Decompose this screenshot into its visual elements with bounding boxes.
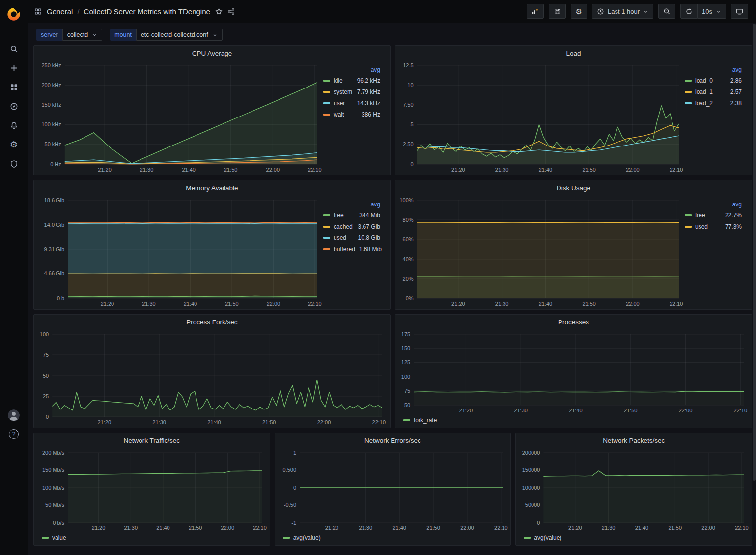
- dashboard-grid: CPU Average 0 Hz50 kHz100 kHz150 kHz200 …: [28, 45, 756, 550]
- variable-mount-value[interactable]: etc-collectd-collectd.conf: [136, 29, 223, 41]
- zoom-out-icon: [663, 8, 671, 15]
- disk-usage-plot[interactable]: 0%20%40%60%80%100%21:2021:3021:4021:5022…: [398, 195, 684, 308]
- user-avatar[interactable]: [8, 409, 20, 421]
- alerting-button[interactable]: [4, 117, 24, 134]
- panel-title[interactable]: Process Fork/sec: [34, 315, 390, 329]
- legend-item-load_1[interactable]: load_12.57: [685, 86, 742, 97]
- zoom-out-button[interactable]: [658, 4, 675, 19]
- cpu-average-legend: avgidle96.2 kHzsystem7.79 kHzuser14.3 kH…: [322, 60, 387, 174]
- question-icon: ?: [12, 431, 16, 438]
- cycle-view-mode-button[interactable]: [731, 4, 748, 19]
- create-button[interactable]: [4, 59, 24, 76]
- panel-title[interactable]: Network Packets/sec: [516, 433, 752, 448]
- y-axis-label: 0%: [406, 295, 414, 301]
- y-axis-label: 150: [401, 345, 410, 351]
- panel-title[interactable]: Network Errors/sec: [275, 433, 511, 448]
- x-axis-label: 22:00: [702, 525, 716, 531]
- cpu-average-chart[interactable]: 0 Hz50 kHz100 kHz150 kHz200 kHz250 kHz21…: [37, 60, 322, 174]
- series-name: free: [334, 212, 344, 219]
- scrollbar-thumb[interactable]: [753, 24, 756, 481]
- x-axis-label: 21:20: [325, 525, 338, 531]
- x-axis-label: 22:10: [494, 525, 508, 531]
- legend-item-wait[interactable]: wait386 Hz: [323, 109, 380, 120]
- legend-item-avg-value-[interactable]: avg(value): [283, 534, 321, 542]
- disk-usage-chart[interactable]: 0%20%40%60%80%100%21:2021:3021:4021:5022…: [398, 195, 684, 308]
- y-axis-label: 100%: [399, 197, 413, 203]
- network-traffic-sec-plot[interactable]: 0 b/s50 Mb/s100 Mb/s150 Mb/s200 Mb/s21:2…: [37, 448, 267, 532]
- panel-title[interactable]: CPU Average: [34, 46, 390, 60]
- process-fork-sec-plot[interactable]: 025507510021:2021:3021:4021:5022:0022:10: [37, 329, 387, 427]
- legend-item-free[interactable]: free22.7%: [685, 209, 742, 221]
- y-axis-label: 0: [537, 520, 540, 526]
- legend-item-value[interactable]: value: [42, 534, 66, 542]
- breadcrumb-folder[interactable]: General: [47, 7, 73, 16]
- refresh-button[interactable]: [680, 4, 698, 19]
- legend-item-load_2[interactable]: load_22.38: [685, 97, 742, 109]
- save-dashboard-button[interactable]: [549, 4, 566, 19]
- series-color-swatch: [685, 91, 692, 93]
- search-button[interactable]: [4, 40, 24, 57]
- variable-server-value[interactable]: collectd: [62, 29, 102, 41]
- process-fork-chart[interactable]: 025507510021:2021:3021:4021:5022:0022:10: [37, 329, 387, 427]
- series-color-swatch: [323, 114, 330, 116]
- series-color-swatch: [42, 537, 49, 539]
- legend-item-system[interactable]: system7.79 kHz: [323, 86, 380, 97]
- legend-item-user[interactable]: user14.3 kHz: [323, 97, 380, 109]
- memory-available-plot[interactable]: 0 b4.66 Gib9.31 Gib14.0 Gib18.6 Gib21:20…: [37, 195, 322, 308]
- processes-legend: fork_rate: [395, 416, 752, 428]
- legend-item-fork_rate[interactable]: fork_rate: [403, 416, 437, 424]
- load-chart[interactable]: 02.5057.501012.521:2021:3021:4021:5022:0…: [398, 60, 684, 174]
- x-axis-label: 21:30: [142, 301, 156, 307]
- network-traffic-chart[interactable]: 0 b/s50 Mb/s100 Mb/s150 Mb/s200 Mb/s21:2…: [37, 448, 267, 532]
- legend-item-load_0[interactable]: load_02.86: [685, 75, 742, 86]
- x-axis-label: 21:50: [224, 167, 238, 173]
- dashboards-button[interactable]: [4, 79, 24, 95]
- configuration-button[interactable]: ⚙: [4, 136, 24, 153]
- network-packets-chart[interactable]: 05000010000015000020000021:2021:3021:402…: [519, 448, 749, 532]
- add-panel-button[interactable]: [527, 4, 544, 19]
- load-legend: avgload_02.86load_12.57load_22.38: [684, 60, 749, 174]
- time-range-picker[interactable]: Last 1 hour: [592, 4, 653, 19]
- panel-title[interactable]: Disk Usage: [395, 180, 752, 195]
- legend-item-used[interactable]: used77.3%: [685, 221, 742, 232]
- refresh-interval-label: 10s: [702, 8, 712, 15]
- load-plot[interactable]: 02.5057.501012.521:2021:3021:4021:5022:0…: [398, 60, 684, 174]
- top-navbar: General / CollectD Server Metrics with T…: [28, 0, 756, 23]
- refresh-interval-dropdown[interactable]: 10s: [698, 4, 726, 19]
- y-axis-label: -1: [291, 520, 296, 526]
- share-button[interactable]: [227, 8, 235, 15]
- help-button[interactable]: ?: [9, 429, 19, 439]
- legend-item-cached[interactable]: cached3.67 Gib: [323, 221, 380, 232]
- panel-title[interactable]: Load: [395, 46, 752, 60]
- server-admin-button[interactable]: [4, 155, 24, 172]
- series-avg-value: 3.67 Gib: [354, 223, 380, 230]
- legend-item-used[interactable]: used10.8 Gib: [323, 232, 380, 243]
- processes-chart[interactable]: 507510012515017521:2021:3021:4021:5022:0…: [398, 329, 749, 415]
- legend-avg-header: avg: [685, 66, 742, 73]
- explore-button[interactable]: [4, 98, 24, 115]
- panel-title[interactable]: Processes: [395, 315, 752, 329]
- dashboard-settings-button[interactable]: ⚙: [571, 4, 587, 19]
- legend-item-idle[interactable]: idle96.2 kHz: [323, 75, 380, 86]
- legend-item-buffered[interactable]: buffered1.68 Mib: [323, 243, 380, 255]
- network-errors-chart[interactable]: -1-0.5000.500121:2021:3021:4021:5022:002…: [278, 448, 508, 532]
- panel-processes: Processes 507510012515017521:2021:3021:4…: [395, 314, 752, 428]
- y-axis-label: 0.500: [282, 467, 296, 473]
- legend-item-avg-value-[interactable]: avg(value): [524, 534, 561, 542]
- star-button[interactable]: [215, 8, 223, 15]
- grafana-logo[interactable]: [6, 7, 21, 22]
- panel-title[interactable]: Memory Available: [34, 180, 390, 195]
- page-title[interactable]: CollectD Server Metrics with TDengine: [84, 7, 210, 16]
- network-packets-sec-plot[interactable]: 05000010000015000020000021:2021:3021:402…: [519, 448, 749, 532]
- x-axis-label: 21:40: [569, 408, 583, 413]
- memory-available-legend: avgfree344 Mibcached3.67 Gibused10.8 Gib…: [322, 195, 387, 308]
- cpu-average-plot[interactable]: 0 Hz50 kHz100 kHz150 kHz200 kHz250 kHz21…: [37, 60, 322, 174]
- memory-available-chart[interactable]: 0 b4.66 Gib9.31 Gib14.0 Gib18.6 Gib21:20…: [37, 195, 322, 308]
- processes-plot[interactable]: 507510012515017521:2021:3021:4021:5022:0…: [398, 329, 749, 415]
- panel-memory-available: Memory Available 0 b4.66 Gib9.31 Gib14.0…: [33, 180, 391, 310]
- panel-title[interactable]: Network Traffic/sec: [34, 433, 270, 448]
- x-axis-label: 22:10: [670, 301, 683, 307]
- legend-item-free[interactable]: free344 Mib: [323, 209, 380, 221]
- network-errors-sec-plot[interactable]: -1-0.5000.500121:2021:3021:4021:5022:002…: [278, 448, 508, 532]
- page-scrollbar: [752, 23, 756, 555]
